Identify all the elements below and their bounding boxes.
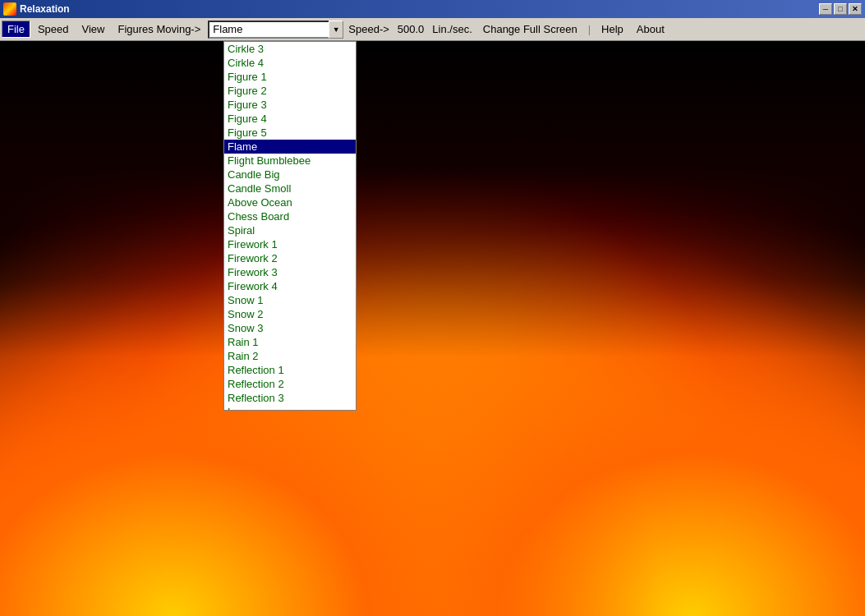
title-controls[interactable]: ─ □ ✕: [819, 3, 862, 15]
list-item[interactable]: Figure 3: [224, 98, 356, 112]
menu-separator: |: [585, 23, 594, 35]
speed-value: 500.0: [394, 23, 428, 35]
list-item[interactable]: Candle Big: [224, 168, 356, 182]
maximize-button[interactable]: □: [834, 3, 847, 15]
list-item[interactable]: Firework 3: [224, 265, 356, 279]
list-item[interactable]: Figure 1: [224, 70, 356, 84]
list-item[interactable]: Spiral: [224, 223, 356, 237]
menu-about[interactable]: About: [631, 21, 670, 38]
list-item[interactable]: Firework 2: [224, 251, 356, 265]
list-item[interactable]: Firework 4: [224, 279, 356, 293]
list-item[interactable]: Figure 5: [224, 126, 356, 140]
list-item[interactable]: Firework 1: [224, 237, 356, 251]
close-button[interactable]: ✕: [849, 3, 862, 15]
main-content: Cirkle 3Cirkle 4Figure 1Figure 2Figure 3…: [0, 41, 865, 616]
menu-file[interactable]: File: [2, 21, 30, 38]
list-item[interactable]: Reflection 2: [224, 377, 356, 391]
list-item[interactable]: Figure 2: [224, 84, 356, 98]
menu-speed[interactable]: Speed: [32, 21, 75, 38]
list-item[interactable]: Candle Smoll: [224, 182, 356, 195]
menu-bar: File Speed View Figures Moving-> Cirkle …: [0, 18, 865, 41]
dark-top-overlay: [0, 41, 865, 357]
list-item[interactable]: Flight Bumblebee: [224, 154, 356, 168]
list-item[interactable]: Snow 3: [224, 321, 356, 335]
menu-change-full-screen[interactable]: Change Full Screen: [477, 21, 583, 38]
list-item[interactable]: Lens: [224, 405, 356, 411]
list-item[interactable]: Above Ocean: [224, 195, 356, 209]
menu-figures-moving[interactable]: Figures Moving->: [113, 21, 207, 38]
list-item[interactable]: Cirkle 3: [224, 42, 356, 56]
list-item[interactable]: Chess Board: [224, 209, 356, 223]
app-icon: [3, 2, 16, 16]
list-item[interactable]: Cirkle 4: [224, 56, 356, 70]
list-item[interactable]: Rain 1: [224, 335, 356, 349]
window-title: Relaxation: [20, 3, 70, 15]
figure-select[interactable]: Cirkle 3Cirkle 4Figure 1Figure 2Figure 3…: [208, 21, 343, 39]
list-item[interactable]: Flame: [224, 140, 356, 154]
list-item[interactable]: Reflection 1: [224, 363, 356, 377]
title-bar: Relaxation ─ □ ✕: [0, 0, 865, 18]
menu-view[interactable]: View: [76, 21, 111, 38]
title-left: Relaxation: [3, 2, 70, 16]
list-item[interactable]: Snow 2: [224, 307, 356, 321]
minimize-button[interactable]: ─: [819, 3, 832, 15]
speed-unit: Lin./sec.: [429, 23, 475, 35]
list-item[interactable]: Figure 4: [224, 112, 356, 126]
list-item[interactable]: Reflection 3: [224, 391, 356, 405]
list-item[interactable]: Snow 1: [224, 293, 356, 307]
menu-help[interactable]: Help: [596, 21, 629, 38]
figure-dropdown-wrapper[interactable]: Cirkle 3Cirkle 4Figure 1Figure 2Figure 3…: [208, 21, 343, 39]
speed-label: Speed->: [345, 23, 393, 35]
list-item[interactable]: Rain 2: [224, 349, 356, 363]
dropdown-list[interactable]: Cirkle 3Cirkle 4Figure 1Figure 2Figure 3…: [223, 41, 357, 411]
